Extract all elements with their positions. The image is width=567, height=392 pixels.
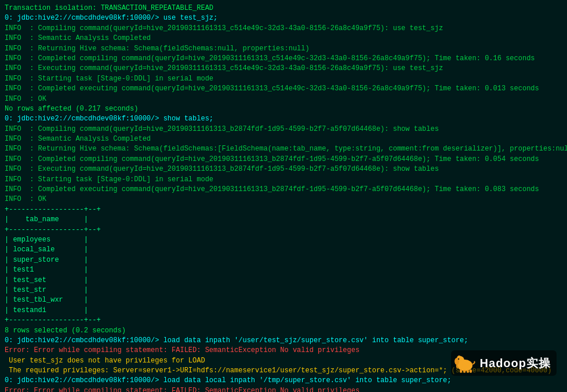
terminal-line: | super_store | <box>5 255 562 265</box>
watermark-badge: Hadoop实操 <box>451 350 557 376</box>
terminal-line: No rows affected (0.217 seconds) <box>5 104 562 114</box>
watermark-label: Hadoop实操 <box>480 356 551 371</box>
terminal-line: INFO : Completed compiling command(query… <box>5 155 562 164</box>
terminal-line: | test_set | <box>5 276 562 285</box>
terminal-line: Error: Error while compiling statement: … <box>5 386 562 392</box>
svg-rect-5 <box>460 369 462 373</box>
terminal-line: | testandi | <box>5 306 562 316</box>
terminal-line: 0: jdbc:hive2://cmbcdhdev08kf:10000/> lo… <box>5 336 562 346</box>
terminal-line: INFO : Compiling command(queryId=hive_20… <box>5 24 562 34</box>
svg-rect-7 <box>467 370 469 373</box>
terminal-line: INFO : Returning Hive schema: Schema(fie… <box>5 144 562 154</box>
terminal-line: | test1 | <box>5 265 562 275</box>
terminal-line: | test_tbl_wxr | <box>5 295 562 305</box>
terminal-window: Transaction isolation: TRANSACTION_REPEA… <box>0 0 567 392</box>
terminal-line: INFO : Semantic Analysis Completed <box>5 134 562 144</box>
terminal-line: 0: jdbc:hive2://cmbcdhdev08kf:10000/> lo… <box>5 376 562 386</box>
terminal-line: | local_sale | <box>5 245 562 255</box>
terminal-line: +------------------+--+ <box>5 205 562 215</box>
terminal-line: +------------------+--+ <box>5 225 562 235</box>
terminal-line: INFO : Executing command(queryId=hive_20… <box>5 64 562 74</box>
terminal-line: | employees | <box>5 235 562 245</box>
terminal-line: 0: jdbc:hive2://cmbcdhdev08kf:10000/> us… <box>5 13 562 23</box>
svg-rect-8 <box>470 369 472 373</box>
terminal-line: INFO : Semantic Analysis Completed <box>5 34 562 43</box>
svg-rect-6 <box>463 370 466 373</box>
terminal-line: INFO : Completed executing command(query… <box>5 185 562 195</box>
hadoop-elephant-icon <box>455 353 475 373</box>
terminal-line: INFO : Compiling command(queryId=hive_20… <box>5 124 562 134</box>
terminal-line: INFO : OK <box>5 94 562 104</box>
svg-point-4 <box>457 358 459 360</box>
terminal-line: 8 rows selected (0.2 seconds) <box>5 326 562 336</box>
terminal-line: INFO : Completed compiling command(query… <box>5 54 562 64</box>
terminal-line: INFO : Starting task [Stage-0:DDL] in se… <box>5 74 562 84</box>
terminal-line: INFO : OK <box>5 195 562 204</box>
terminal-line: INFO : Executing command(queryId=hive_20… <box>5 164 562 174</box>
terminal-line: INFO : Completed executing command(query… <box>5 84 562 94</box>
terminal-line: +------------------+--+ <box>5 316 562 325</box>
terminal-line: | tab_name | <box>5 215 562 225</box>
terminal-line: Transaction isolation: TRANSACTION_REPEA… <box>5 3 562 13</box>
terminal-line: INFO : Starting task [Stage-0:DDL] in se… <box>5 175 562 185</box>
terminal-line: 0: jdbc:hive2://cmbcdhdev08kf:10000/> sh… <box>5 114 562 124</box>
terminal-line: INFO : Returning Hive schema: Schema(fie… <box>5 44 562 54</box>
terminal-line: | test_str | <box>5 285 562 295</box>
